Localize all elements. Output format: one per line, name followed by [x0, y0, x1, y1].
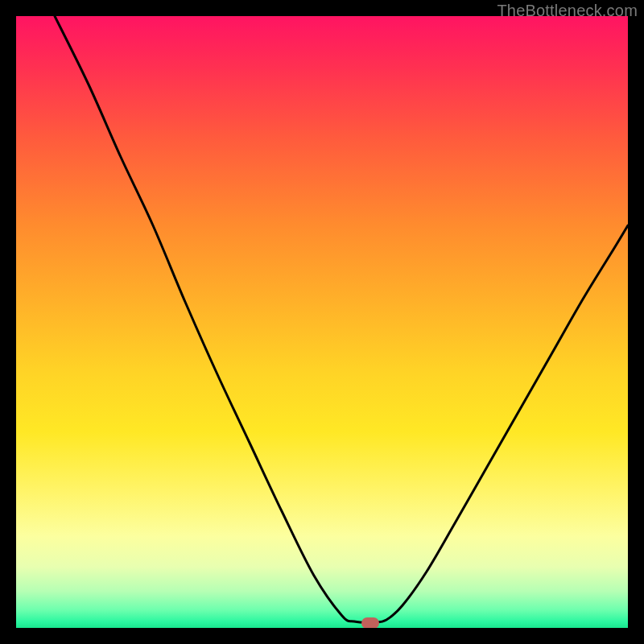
optimal-marker — [361, 617, 379, 628]
bottleneck-curve — [16, 16, 628, 628]
plot-area — [16, 16, 628, 628]
chart-frame: TheBottleneck.com — [0, 0, 644, 644]
attribution-text: TheBottleneck.com — [497, 2, 638, 20]
